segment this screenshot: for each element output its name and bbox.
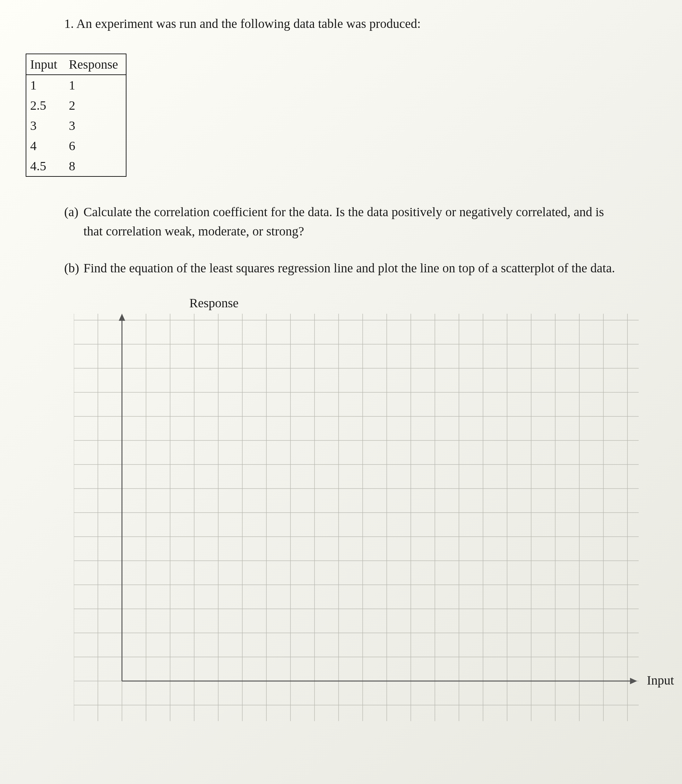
table-cell: 1: [65, 75, 126, 95]
part-b-label: (b): [64, 259, 83, 278]
table-row: 3 3: [26, 116, 126, 136]
table-cell: 4.5: [26, 156, 65, 177]
table-cell: 1: [26, 75, 65, 95]
part-a-label: (a): [64, 202, 83, 222]
table-cell: 3: [65, 116, 126, 136]
table-header-input: Input: [26, 54, 65, 75]
grid-lines: [74, 314, 639, 721]
table-row: 4.5 8: [26, 156, 126, 177]
table-row: 2.5 2: [26, 95, 126, 116]
table-row: 1 1: [26, 75, 126, 95]
table-cell: 4: [26, 136, 65, 156]
graph-x-axis-label: Input: [647, 673, 674, 688]
x-axis-arrow-icon: [630, 678, 637, 684]
graph-grid: [74, 314, 639, 724]
part-b: (b)Find the equation of the least square…: [83, 259, 624, 278]
table-cell: 3: [26, 116, 65, 136]
table-row: 4 6: [26, 136, 126, 156]
question-header: 1. An experiment was run and the followi…: [64, 16, 657, 31]
table-cell: 8: [65, 156, 126, 177]
graph-container: [74, 314, 657, 724]
graph-y-axis-label: Response: [190, 296, 657, 310]
question-number: 1.: [64, 16, 74, 31]
page-container: 1. An experiment was run and the followi…: [0, 0, 682, 784]
table-header-row: Input Response: [26, 54, 126, 75]
table-cell: 6: [65, 136, 126, 156]
part-a-text: Calculate the correlation coefficient fo…: [83, 205, 604, 239]
table-cell: 2: [65, 95, 126, 116]
y-axis-arrow-icon: [119, 314, 125, 321]
data-table: Input Response 1 1 2.5 2 3 3 4 6 4.5: [25, 54, 126, 177]
question-text: An experiment was run and the following …: [76, 16, 421, 31]
table-cell: 2.5: [26, 95, 65, 116]
part-a: (a)Calculate the correlation coefficient…: [83, 202, 624, 241]
table-header-response: Response: [65, 54, 126, 75]
part-b-text: Find the equation of the least squares r…: [83, 261, 615, 275]
